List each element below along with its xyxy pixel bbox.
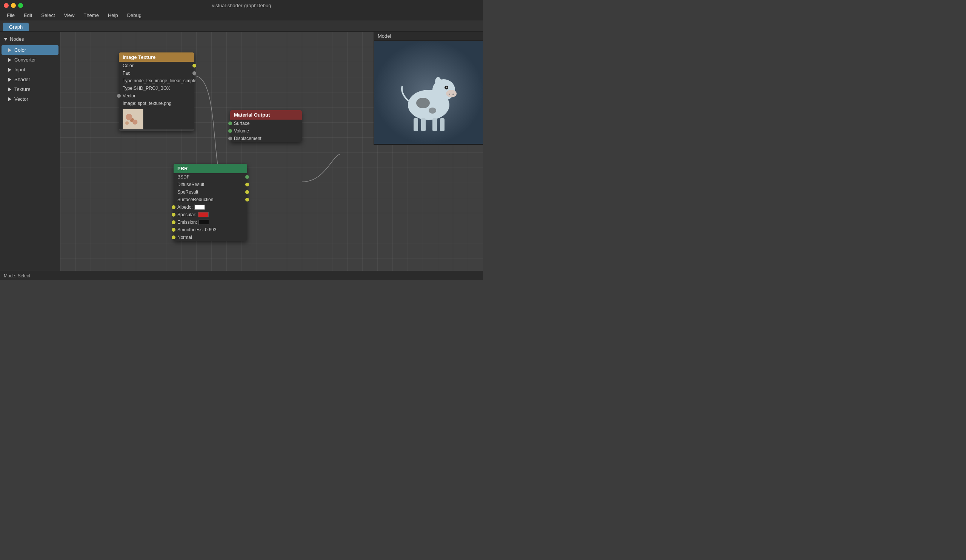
menubar: File Edit Select View Theme Help Debug xyxy=(0,11,483,20)
svg-rect-9 xyxy=(414,118,418,131)
main-area: Nodes Color Converter Input Shader Textu… xyxy=(0,32,483,271)
menu-edit[interactable]: Edit xyxy=(20,12,36,19)
node-material-output-body: Surface Volume Displacement xyxy=(230,120,302,142)
sidebar-item-input[interactable]: Input xyxy=(2,65,59,74)
node-specular-label: Specular: xyxy=(177,212,197,217)
node-pbr-header: PBR xyxy=(174,164,247,173)
emission-swatch[interactable] xyxy=(199,220,209,225)
svg-point-3 xyxy=(446,90,457,97)
expand-icon xyxy=(8,97,12,101)
menu-debug[interactable]: Debug xyxy=(123,12,145,19)
node-material-output-title: Material Output xyxy=(234,112,270,118)
svg-point-8 xyxy=(447,87,447,88)
sidebar-collapse-icon[interactable] xyxy=(4,38,8,41)
expand-icon xyxy=(8,87,12,91)
svg-point-6 xyxy=(429,108,436,113)
node-row-surface-reduction: SurfaceReduction xyxy=(174,196,247,204)
menu-help[interactable]: Help xyxy=(104,12,122,19)
node-input-vector: Vector xyxy=(119,92,194,100)
node-displacement-label: Displacement xyxy=(234,136,261,141)
node-input-surface: Surface xyxy=(230,120,302,127)
node-volume-label: Volume xyxy=(234,128,249,134)
sidebar-item-vector[interactable]: Vector xyxy=(2,94,59,104)
menu-file[interactable]: File xyxy=(3,12,18,19)
node-output-fac: Fac xyxy=(123,71,130,76)
svg-point-5 xyxy=(416,98,430,108)
sidebar-label-input: Input xyxy=(14,67,25,72)
node-image-texture-header: Image Texture xyxy=(119,53,194,62)
node-image-filename: Image: spot_texture.png xyxy=(123,101,171,106)
sidebar-label-converter: Converter xyxy=(14,57,36,62)
node-input-specular: Specular: xyxy=(174,211,247,218)
node-input-volume: Volume xyxy=(230,127,302,135)
sidebar-item-color[interactable]: Color xyxy=(2,45,59,55)
svg-rect-10 xyxy=(421,118,426,131)
specular-swatch[interactable] xyxy=(198,212,209,217)
sidebar: Nodes Color Converter Input Shader Textu… xyxy=(0,32,61,271)
node-input-displacement: Displacement xyxy=(230,135,302,142)
svg-rect-11 xyxy=(432,118,437,131)
node-normal-label: Normal xyxy=(177,235,192,240)
node-row-fac: Fac xyxy=(119,69,194,77)
node-material-output-header: Material Output xyxy=(230,110,302,120)
node-prop-type1: Type:node_tex_image_linear_simple xyxy=(119,77,194,85)
node-output-surface-reduction: SurfaceReduction xyxy=(177,197,213,202)
menu-select[interactable]: Select xyxy=(37,12,59,19)
maximize-button[interactable] xyxy=(18,3,23,8)
albedo-swatch[interactable] xyxy=(194,205,205,210)
sidebar-label-shader: Shader xyxy=(14,77,30,82)
node-prop-type2-label: Type:SHD_PROJ_BOX xyxy=(123,85,170,91)
svg-point-13 xyxy=(449,94,450,95)
model-preview-panel: Model xyxy=(374,32,483,145)
minimize-button[interactable] xyxy=(11,3,16,8)
node-image-texture-body: Color Fac Type:node_tex_image_linear_sim… xyxy=(119,62,194,130)
sidebar-label-texture: Texture xyxy=(14,86,31,92)
texture-preview xyxy=(123,109,143,129)
tabbar: Graph xyxy=(0,20,483,32)
node-input-normal: Normal xyxy=(174,233,247,241)
node-input-emission: Emission: xyxy=(174,218,247,226)
status-text: Mode: Select xyxy=(4,273,30,279)
node-image-texture[interactable]: Image Texture Color Fac Type:node_tex_im… xyxy=(119,53,194,131)
node-smoothness-label: Smoothness: 0.693 xyxy=(177,227,216,232)
sidebar-title: Nodes xyxy=(10,36,24,42)
node-material-output[interactable]: Material Output Surface Volume Displacem… xyxy=(230,110,302,142)
node-input-smoothness: Smoothness: 0.693 xyxy=(174,226,247,233)
expand-icon xyxy=(8,58,12,62)
node-pbr[interactable]: PBR BSDF DiffuseResult SpeResult Surface… xyxy=(174,164,247,241)
node-row-color: Color xyxy=(119,62,194,69)
svg-point-4 xyxy=(435,77,441,86)
node-image-label: Image: spot_texture.png xyxy=(119,100,194,107)
sidebar-item-shader[interactable]: Shader xyxy=(2,75,59,84)
menu-theme[interactable]: Theme xyxy=(80,12,102,19)
node-canvas[interactable]: Image Texture Color Fac Type:node_tex_im… xyxy=(61,32,483,271)
close-button[interactable] xyxy=(4,3,9,8)
node-pbr-title: PBR xyxy=(177,166,187,171)
node-input-albedo: Albedo: xyxy=(174,204,247,211)
sidebar-item-converter[interactable]: Converter xyxy=(2,55,59,64)
cow-model-svg xyxy=(374,41,483,144)
node-output-bsdf: BSDF xyxy=(177,174,189,180)
titlebar: vistual-shader-graphDebug xyxy=(0,0,483,11)
node-pbr-body: BSDF DiffuseResult SpeResult SurfaceRedu… xyxy=(174,173,247,241)
node-albedo-label: Albedo: xyxy=(177,205,193,210)
node-row-diffuse: DiffuseResult xyxy=(174,181,247,188)
node-emission-label: Emission: xyxy=(177,220,197,225)
model-preview-content xyxy=(374,41,483,144)
expand-icon xyxy=(8,48,12,52)
node-image-texture-title: Image Texture xyxy=(123,54,156,60)
node-prop-type2: Type:SHD_PROJ_BOX xyxy=(119,85,194,92)
node-input-vector-label: Vector xyxy=(123,93,135,99)
window-controls xyxy=(4,3,23,8)
sidebar-label-vector: Vector xyxy=(14,96,28,102)
svg-rect-12 xyxy=(440,118,445,131)
node-row-bsdf: BSDF xyxy=(174,173,247,181)
sidebar-item-texture[interactable]: Texture xyxy=(2,85,59,94)
menu-view[interactable]: View xyxy=(61,12,79,19)
node-row-spe: SpeResult xyxy=(174,188,247,196)
node-prop-type1-label: Type:node_tex_image_linear_simple xyxy=(123,78,196,84)
node-output-spe: SpeResult xyxy=(177,189,198,195)
svg-point-14 xyxy=(452,94,454,95)
sidebar-header: Nodes xyxy=(0,35,60,45)
tab-graph[interactable]: Graph xyxy=(3,23,29,31)
